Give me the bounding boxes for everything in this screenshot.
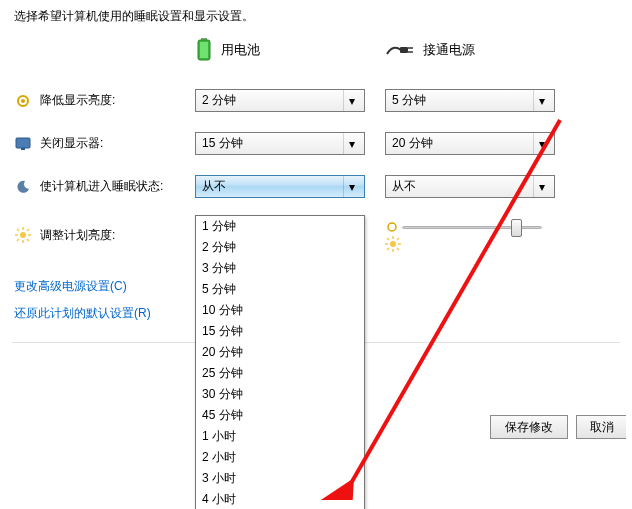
dropdown-option[interactable]: 2 分钟 — [196, 237, 364, 258]
row-dim-label: 降低显示亮度: — [40, 92, 115, 109]
off-plugged-select[interactable]: 20 分钟 ▾ — [385, 132, 555, 155]
svg-line-28 — [387, 248, 389, 250]
dropdown-option[interactable]: 30 分钟 — [196, 384, 364, 405]
dropdown-option[interactable]: 25 分钟 — [196, 363, 364, 384]
dropdown-option[interactable]: 5 分钟 — [196, 279, 364, 300]
svg-line-27 — [397, 238, 399, 240]
moon-icon — [14, 178, 32, 196]
svg-point-7 — [21, 99, 25, 103]
dropdown-option[interactable]: 3 小时 — [196, 468, 364, 489]
row-dim-display: 降低显示亮度: 2 分钟 ▾ 5 分钟 ▾ — [0, 79, 632, 122]
dropdown-option[interactable]: 3 分钟 — [196, 258, 364, 279]
save-button[interactable]: 保存修改 — [490, 415, 568, 439]
brightness-plugged-cell — [385, 218, 560, 252]
chevron-down-icon: ▾ — [533, 133, 550, 154]
sun-icon — [14, 226, 32, 244]
cancel-button[interactable]: 取消 — [576, 415, 626, 439]
dropdown-option[interactable]: 10 分钟 — [196, 300, 364, 321]
dropdown-option[interactable]: 45 分钟 — [196, 405, 364, 426]
sleep-battery-select[interactable]: 从不 ▾ — [195, 175, 365, 198]
svg-rect-3 — [400, 47, 408, 53]
sleep-battery-dropdown[interactable]: 1 分钟2 分钟3 分钟5 分钟10 分钟15 分钟20 分钟25 分钟30 分… — [195, 215, 365, 509]
svg-rect-2 — [200, 42, 208, 58]
sun-dim-icon — [385, 220, 399, 234]
svg-line-17 — [27, 229, 29, 231]
chevron-down-icon: ▾ — [343, 176, 360, 197]
dim-icon — [14, 92, 32, 110]
svg-line-15 — [17, 229, 19, 231]
svg-line-16 — [27, 239, 29, 241]
row-sleep: 使计算机进入睡眠状态: 从不 ▾ 从不 ▾ — [0, 165, 632, 208]
plug-icon — [385, 42, 415, 58]
page-title: 选择希望计算机使用的睡眠设置和显示设置。 — [0, 0, 632, 31]
chevron-down-icon: ▾ — [533, 90, 550, 111]
dropdown-option[interactable]: 20 分钟 — [196, 342, 364, 363]
column-headers: 用电池 接通电源 — [0, 31, 632, 79]
sun-bright-icon — [385, 236, 401, 252]
battery-icon — [195, 37, 213, 63]
monitor-off-icon — [14, 135, 32, 153]
row-turn-off-display: 关闭显示器: 15 分钟 ▾ 20 分钟 ▾ — [0, 122, 632, 165]
sleep-plugged-select[interactable]: 从不 ▾ — [385, 175, 555, 198]
row-sleep-label: 使计算机进入睡眠状态: — [40, 178, 163, 195]
dim-battery-select[interactable]: 2 分钟 ▾ — [195, 89, 365, 112]
chevron-down-icon: ▾ — [343, 133, 360, 154]
svg-line-18 — [17, 239, 19, 241]
svg-rect-9 — [21, 148, 25, 150]
column-battery: 用电池 — [195, 37, 370, 63]
svg-rect-8 — [16, 138, 30, 148]
svg-line-25 — [387, 238, 389, 240]
row-off-label: 关闭显示器: — [40, 135, 103, 152]
svg-point-19 — [388, 223, 396, 231]
dim-plugged-select[interactable]: 5 分钟 ▾ — [385, 89, 555, 112]
brightness-plugged-slider[interactable] — [402, 218, 542, 236]
column-plugged: 接通电源 — [385, 41, 560, 59]
svg-point-10 — [20, 232, 26, 238]
svg-point-20 — [390, 241, 396, 247]
chevron-down-icon: ▾ — [343, 90, 360, 111]
column-battery-label: 用电池 — [221, 41, 260, 59]
row-brightness-label: 调整计划亮度: — [40, 227, 115, 244]
dropdown-option[interactable]: 1 分钟 — [196, 216, 364, 237]
chevron-down-icon: ▾ — [533, 176, 550, 197]
dropdown-option[interactable]: 4 小时 — [196, 489, 364, 509]
footer-buttons: 保存修改 取消 — [490, 415, 632, 439]
off-battery-select[interactable]: 15 分钟 ▾ — [195, 132, 365, 155]
svg-line-26 — [397, 248, 399, 250]
column-plugged-label: 接通电源 — [423, 41, 475, 59]
dropdown-option[interactable]: 1 小时 — [196, 426, 364, 447]
dropdown-option[interactable]: 2 小时 — [196, 447, 364, 468]
dropdown-option[interactable]: 15 分钟 — [196, 321, 364, 342]
